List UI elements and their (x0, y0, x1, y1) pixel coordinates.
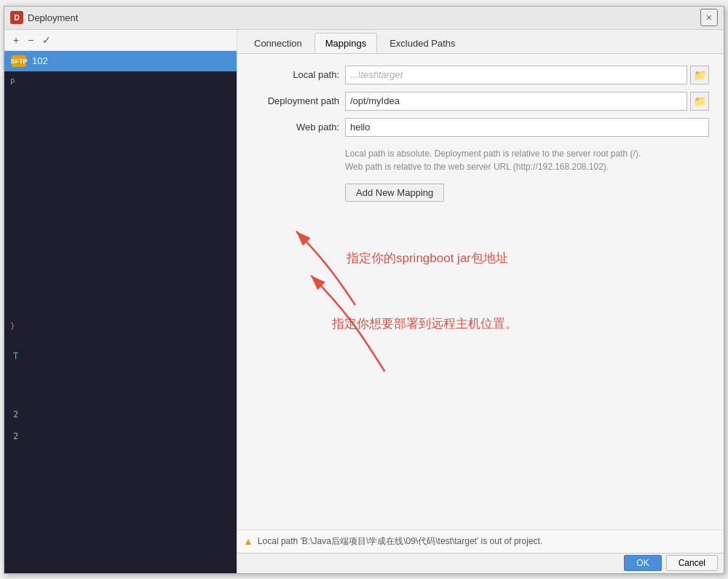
tab-excluded-paths[interactable]: Excluded Paths (379, 33, 466, 53)
web-path-input[interactable] (345, 118, 709, 137)
folder-icon-2: 📁 (694, 95, 706, 107)
app-icon: D (10, 11, 23, 24)
code-brace-1: } (7, 320, 234, 333)
mappings-form: Local path: 📁 Deployment path 📁 (237, 54, 724, 213)
deployment-path-browse-button[interactable]: 📁 (690, 92, 709, 111)
sidebar-labels: T 2 2 (7, 347, 234, 445)
server-name: 102 (32, 55, 48, 66)
tab-connection[interactable]: Connection (243, 33, 313, 53)
annotation-text-1: 指定你的springboot jar包地址 (347, 250, 508, 267)
deployment-path-label: Deployment path (252, 95, 339, 106)
sidebar-code-area: p } T 2 2 (4, 71, 237, 573)
remove-server-button[interactable]: − (25, 33, 36, 47)
sidebar-toolbar: + − ✓ (4, 30, 237, 51)
add-server-button[interactable]: + (10, 33, 22, 47)
server-item-102[interactable]: SFTP 102 (4, 51, 237, 71)
main-content: + − ✓ SFTP 102 p } T 2 (4, 30, 724, 573)
status-bar: ▲ Local path 'B:\Java后端项目\学成在线\09\代码\tes… (237, 529, 724, 553)
local-path-browse-button[interactable]: 📁 (690, 66, 709, 84)
tabs-bar: Connection Mappings Excluded Paths (237, 30, 724, 54)
right-panel: Connection Mappings Excluded Paths Local… (237, 30, 724, 573)
apply-button[interactable]: ✓ (39, 33, 54, 47)
sidebar-num-2a: 2 (7, 407, 234, 422)
web-path-label: Web path: (252, 122, 339, 133)
title-bar: D Deployment × (4, 7, 724, 30)
tab-mappings[interactable]: Mappings (314, 33, 377, 53)
sidebar-label-T: T (7, 349, 234, 363)
local-path-row: Local path: 📁 (252, 66, 709, 84)
info-text: Local path is absolute. Deployment path … (252, 144, 709, 176)
close-button[interactable]: × (700, 9, 718, 26)
cancel-button[interactable]: Cancel (666, 555, 718, 571)
web-path-input-wrapper (345, 118, 709, 137)
add-new-mapping-button[interactable]: Add New Mapping (345, 184, 444, 202)
annotation-area: 指定你的springboot jar包地址 指定你想要部署到远程主机位置。 (237, 213, 724, 529)
title-bar-left: D Deployment (10, 11, 78, 24)
web-path-row: Web path: (252, 118, 709, 137)
bottom-bar: OK Cancel (237, 553, 724, 573)
deployment-path-input[interactable] (345, 92, 687, 111)
annotation-text-2: 指定你想要部署到远程主机位置。 (332, 315, 518, 332)
code-line-p: p (7, 74, 234, 87)
deployment-path-input-wrapper: 📁 (345, 92, 709, 111)
status-message: Local path 'B:\Java后端项目\学成在线\09\代码\test\… (258, 535, 542, 548)
warning-icon: ▲ (243, 535, 253, 547)
deployment-path-row: Deployment path 📁 (252, 92, 709, 111)
sidebar: + − ✓ SFTP 102 p } T 2 (4, 30, 237, 573)
ok-button[interactable]: OK (624, 555, 661, 571)
local-path-input[interactable] (345, 66, 687, 84)
deployment-window: D Deployment × + − ✓ SFTP 102 p (4, 6, 724, 574)
window-title: Deployment (28, 12, 78, 23)
local-path-label: Local path: (252, 69, 339, 80)
folder-icon: 📁 (694, 69, 706, 81)
sftp-icon: SFTP (12, 55, 26, 67)
local-path-input-wrapper: 📁 (345, 66, 709, 84)
sidebar-num-2b: 2 (7, 429, 234, 444)
